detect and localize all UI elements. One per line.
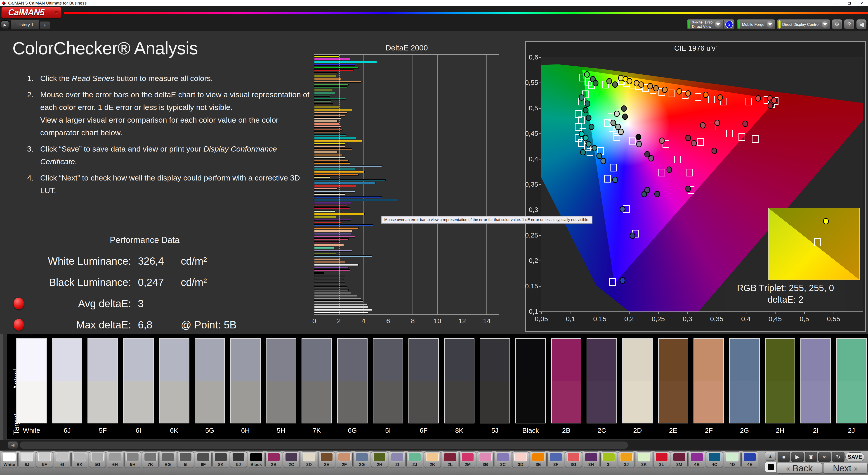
deltae-bar[interactable] <box>314 275 345 277</box>
swatch-button-2j[interactable]: 2J <box>406 451 423 468</box>
swatch-button-6k[interactable]: 6K <box>71 451 88 468</box>
swatch-button-3j[interactable]: 3J <box>618 451 635 468</box>
deltae-bar[interactable] <box>314 58 350 60</box>
comparator-swatch[interactable] <box>337 338 368 423</box>
deltae-bar[interactable] <box>314 126 341 127</box>
deltae-bar[interactable] <box>314 295 357 297</box>
comparator-swatch[interactable] <box>480 338 510 423</box>
swatch-button-4e[interactable]: 4E <box>741 451 758 468</box>
comparator-swatch[interactable] <box>729 338 760 423</box>
comparator-swatch[interactable] <box>622 338 653 423</box>
swatch-button-8k[interactable]: 8K <box>213 451 229 468</box>
deltae-bar[interactable] <box>314 75 336 77</box>
deltae-bar[interactable] <box>314 207 350 209</box>
deltae-bar[interactable] <box>314 123 339 125</box>
comparator-swatch[interactable] <box>515 338 546 423</box>
comparator-swatch[interactable] <box>159 338 189 423</box>
deltae-bar[interactable] <box>314 227 359 229</box>
deltae-bar[interactable] <box>314 95 330 96</box>
deltae-bar[interactable] <box>314 241 339 243</box>
deltae-bar[interactable] <box>314 194 345 195</box>
swatch-button-white[interactable]: White <box>1 451 18 468</box>
comparator-swatch[interactable] <box>587 338 617 423</box>
deltae-bar[interactable] <box>314 84 348 86</box>
swatch-button-3d[interactable]: 3D <box>512 451 529 468</box>
read-single-button[interactable]: ▣ <box>805 452 817 462</box>
deltae-bar[interactable] <box>314 165 382 167</box>
comparator-swatch[interactable] <box>52 338 83 423</box>
comparator-swatch[interactable] <box>408 338 439 423</box>
comparator-swatch[interactable] <box>800 338 831 423</box>
swatch-button-2i[interactable]: 2I <box>389 451 405 468</box>
deltae-bar[interactable] <box>314 67 359 68</box>
deltae-bar[interactable] <box>314 312 368 314</box>
swatch-button-6f[interactable]: 6F <box>195 451 212 468</box>
swatch-button-6j[interactable]: 6J <box>19 451 35 468</box>
tab-history-1[interactable]: History 1 <box>10 20 39 29</box>
deltae-bar[interactable] <box>314 182 376 184</box>
deltae-bar[interactable] <box>314 157 345 158</box>
deltae-bar[interactable] <box>314 176 330 178</box>
deltae-bar[interactable] <box>314 78 341 80</box>
deltae-bar[interactable] <box>314 151 338 153</box>
swatch-button-3b[interactable]: 3B <box>477 451 494 468</box>
deltae-bar[interactable] <box>314 281 345 283</box>
swatch-button-black[interactable]: Black <box>248 451 265 468</box>
deltae-bar[interactable] <box>314 284 346 286</box>
swatch-button-3l[interactable]: 3L <box>653 451 670 468</box>
deltae-bar[interactable] <box>314 64 355 66</box>
meter-count-badge[interactable]: 2 <box>725 21 733 28</box>
swatch-button-2l[interactable]: 2L <box>442 451 458 468</box>
deltae-bar[interactable] <box>314 69 353 71</box>
deltae-bar[interactable] <box>314 131 340 133</box>
save-button[interactable]: SAVE <box>845 452 864 462</box>
deltae-bar[interactable] <box>314 250 352 251</box>
deltae-bar[interactable] <box>314 185 356 187</box>
deltae-bar[interactable] <box>314 230 352 232</box>
comparator-swatch[interactable] <box>266 338 296 423</box>
deltae-bar[interactable] <box>314 236 355 237</box>
deltae-bar[interactable] <box>314 289 348 291</box>
collapse-button[interactable]: ◀ <box>856 19 867 30</box>
deltae-bar[interactable] <box>314 233 351 235</box>
deltae-bar[interactable] <box>314 174 359 176</box>
deltae-bar[interactable] <box>314 222 341 224</box>
deltae-bar[interactable] <box>314 191 355 192</box>
deltae-bar[interactable] <box>314 106 339 108</box>
deltae-bar[interactable] <box>314 202 351 204</box>
deltae-bar[interactable] <box>314 286 347 288</box>
swatch-button-3c[interactable]: 3C <box>495 451 511 468</box>
help-button[interactable]: ? <box>844 19 855 30</box>
deltae-bar[interactable] <box>314 188 338 189</box>
comparator-swatch[interactable] <box>693 338 724 423</box>
minimize-button[interactable] <box>830 0 843 6</box>
swatch-button-3g[interactable]: 3G <box>565 451 582 468</box>
deltae-bar[interactable] <box>314 210 335 212</box>
comparator-swatch[interactable] <box>302 338 332 423</box>
logo-dropdown[interactable] <box>51 7 61 18</box>
deltae-bar[interactable] <box>314 109 352 111</box>
read-series-button[interactable]: ▶ <box>791 452 804 462</box>
deltae-bar[interactable] <box>314 120 338 122</box>
swatch-button-5j[interactable]: 5J <box>230 451 247 468</box>
deltae-bar[interactable] <box>314 247 334 249</box>
swatch-button-2h[interactable]: 2H <box>371 451 388 468</box>
deltae-bar[interactable] <box>314 61 377 63</box>
deltae-bar[interactable] <box>314 103 333 105</box>
deltae-bar[interactable] <box>314 89 333 91</box>
deltae-bar[interactable] <box>314 253 336 255</box>
deltae-bar[interactable] <box>314 238 348 240</box>
comparator-swatch[interactable] <box>16 338 47 423</box>
deltae-bar[interactable] <box>314 146 345 147</box>
swatch-button-6h[interactable]: 6H <box>107 451 123 468</box>
comparator-swatch[interactable] <box>373 338 403 423</box>
stop-button[interactable]: ■ <box>778 452 790 462</box>
settings-button[interactable]: ⚙ <box>832 19 842 30</box>
swatch-button-5h[interactable]: 5H <box>124 451 141 468</box>
comparator-scrollbar[interactable]: ◀ <box>0 440 868 451</box>
comparator-swatch[interactable] <box>88 338 118 423</box>
comparator-swatch[interactable] <box>123 338 154 423</box>
scroll-left-icon[interactable]: ◀ <box>8 442 18 449</box>
swatch-button-3h[interactable]: 3H <box>583 451 599 468</box>
deltae-bar[interactable] <box>314 143 345 145</box>
